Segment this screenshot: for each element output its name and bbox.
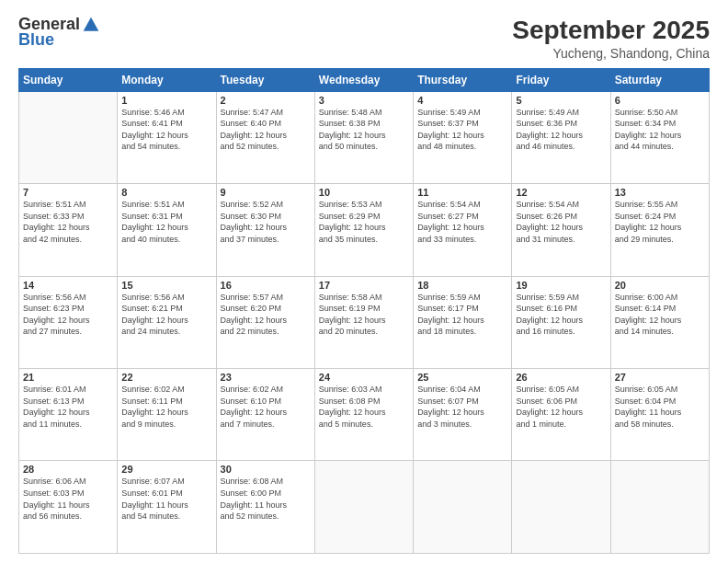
day-info: Sunrise: 6:02 AM Sunset: 6:11 PM Dayligh…: [121, 384, 211, 430]
calendar-week-row: 1Sunrise: 5:46 AM Sunset: 6:41 PM Daylig…: [19, 91, 710, 183]
table-row: 15Sunrise: 5:56 AM Sunset: 6:21 PM Dayli…: [118, 276, 216, 368]
table-row: [314, 461, 413, 554]
day-info: Sunrise: 6:02 AM Sunset: 6:10 PM Dayligh…: [221, 384, 311, 430]
day-number: 10: [319, 187, 409, 198]
day-info: Sunrise: 5:51 AM Sunset: 6:33 PM Dayligh…: [23, 199, 113, 245]
day-info: Sunrise: 6:03 AM Sunset: 6:08 PM Dayligh…: [319, 384, 409, 430]
logo-blue-text: Blue: [18, 30, 54, 50]
table-row: 12Sunrise: 5:54 AM Sunset: 6:26 PM Dayli…: [512, 184, 610, 276]
month-title: September 2025: [512, 15, 710, 46]
table-row: 30Sunrise: 6:08 AM Sunset: 6:00 PM Dayli…: [216, 461, 314, 554]
day-info: Sunrise: 6:08 AM Sunset: 6:00 PM Dayligh…: [221, 476, 311, 522]
day-info: Sunrise: 5:57 AM Sunset: 6:20 PM Dayligh…: [221, 292, 311, 338]
table-row: 27Sunrise: 6:05 AM Sunset: 6:04 PM Dayli…: [610, 369, 709, 461]
table-row: 13Sunrise: 5:55 AM Sunset: 6:24 PM Dayli…: [610, 184, 709, 276]
day-number: 2: [221, 95, 311, 106]
day-info: Sunrise: 6:00 AM Sunset: 6:14 PM Dayligh…: [615, 292, 705, 338]
table-row: 25Sunrise: 6:04 AM Sunset: 6:07 PM Dayli…: [414, 369, 512, 461]
svg-marker-0: [84, 17, 99, 30]
day-info: Sunrise: 5:58 AM Sunset: 6:19 PM Dayligh…: [319, 292, 409, 338]
day-number: 16: [221, 280, 311, 291]
day-info: Sunrise: 6:05 AM Sunset: 6:04 PM Dayligh…: [615, 384, 705, 430]
title-block: September 2025 Yucheng, Shandong, China: [512, 15, 710, 61]
day-info: Sunrise: 5:50 AM Sunset: 6:34 PM Dayligh…: [615, 107, 705, 153]
calendar-week-row: 7Sunrise: 5:51 AM Sunset: 6:33 PM Daylig…: [19, 184, 710, 276]
calendar-week-row: 28Sunrise: 6:06 AM Sunset: 6:03 PM Dayli…: [19, 461, 710, 554]
table-row: 4Sunrise: 5:49 AM Sunset: 6:37 PM Daylig…: [414, 91, 512, 183]
day-number: 9: [221, 187, 311, 198]
table-row: 10Sunrise: 5:53 AM Sunset: 6:29 PM Dayli…: [314, 184, 413, 276]
table-row: [414, 461, 512, 554]
table-row: 11Sunrise: 5:54 AM Sunset: 6:27 PM Dayli…: [414, 184, 512, 276]
table-row: 23Sunrise: 6:02 AM Sunset: 6:10 PM Dayli…: [216, 369, 314, 461]
day-number: 22: [121, 372, 211, 383]
day-number: 1: [121, 95, 211, 106]
day-number: 15: [121, 280, 211, 291]
header: General Blue September 2025 Yucheng, Sha…: [18, 15, 710, 61]
day-number: 29: [121, 464, 211, 475]
header-friday: Friday: [512, 68, 610, 91]
table-row: 3Sunrise: 5:48 AM Sunset: 6:38 PM Daylig…: [314, 91, 413, 183]
day-info: Sunrise: 5:56 AM Sunset: 6:21 PM Dayligh…: [121, 292, 211, 338]
table-row: 14Sunrise: 5:56 AM Sunset: 6:23 PM Dayli…: [19, 276, 118, 368]
day-number: 23: [221, 372, 311, 383]
table-row: 22Sunrise: 6:02 AM Sunset: 6:11 PM Dayli…: [118, 369, 216, 461]
table-row: 17Sunrise: 5:58 AM Sunset: 6:19 PM Dayli…: [314, 276, 413, 368]
day-number: 21: [23, 372, 113, 383]
day-number: 30: [221, 464, 311, 475]
day-number: 26: [516, 372, 606, 383]
location: Yucheng, Shandong, China: [512, 46, 710, 61]
day-info: Sunrise: 5:56 AM Sunset: 6:23 PM Dayligh…: [23, 292, 113, 338]
table-row: [512, 461, 610, 554]
day-number: 7: [23, 187, 113, 198]
day-number: 12: [516, 187, 606, 198]
day-info: Sunrise: 5:54 AM Sunset: 6:27 PM Dayligh…: [417, 199, 507, 245]
table-row: 1Sunrise: 5:46 AM Sunset: 6:41 PM Daylig…: [118, 91, 216, 183]
day-info: Sunrise: 6:06 AM Sunset: 6:03 PM Dayligh…: [23, 476, 113, 522]
table-row: 20Sunrise: 6:00 AM Sunset: 6:14 PM Dayli…: [610, 276, 709, 368]
day-info: Sunrise: 6:07 AM Sunset: 6:01 PM Dayligh…: [121, 476, 211, 522]
table-row: 28Sunrise: 6:06 AM Sunset: 6:03 PM Dayli…: [19, 461, 118, 554]
header-tuesday: Tuesday: [216, 68, 314, 91]
table-row: 26Sunrise: 6:05 AM Sunset: 6:06 PM Dayli…: [512, 369, 610, 461]
day-info: Sunrise: 6:04 AM Sunset: 6:07 PM Dayligh…: [417, 384, 507, 430]
day-number: 4: [417, 95, 507, 106]
day-info: Sunrise: 6:01 AM Sunset: 6:13 PM Dayligh…: [23, 384, 113, 430]
table-row: 5Sunrise: 5:49 AM Sunset: 6:36 PM Daylig…: [512, 91, 610, 183]
calendar-table: Sunday Monday Tuesday Wednesday Thursday…: [18, 68, 710, 554]
day-info: Sunrise: 5:52 AM Sunset: 6:30 PM Dayligh…: [221, 199, 311, 245]
header-wednesday: Wednesday: [314, 68, 413, 91]
day-info: Sunrise: 5:49 AM Sunset: 6:37 PM Dayligh…: [417, 107, 507, 153]
day-info: Sunrise: 5:51 AM Sunset: 6:31 PM Dayligh…: [121, 199, 211, 245]
table-row: 8Sunrise: 5:51 AM Sunset: 6:31 PM Daylig…: [118, 184, 216, 276]
day-number: 5: [516, 95, 606, 106]
calendar-week-row: 21Sunrise: 6:01 AM Sunset: 6:13 PM Dayli…: [19, 369, 710, 461]
day-info: Sunrise: 5:59 AM Sunset: 6:17 PM Dayligh…: [417, 292, 507, 338]
day-info: Sunrise: 5:47 AM Sunset: 6:40 PM Dayligh…: [221, 107, 311, 153]
table-row: 7Sunrise: 5:51 AM Sunset: 6:33 PM Daylig…: [19, 184, 118, 276]
day-info: Sunrise: 5:55 AM Sunset: 6:24 PM Dayligh…: [615, 199, 705, 245]
day-number: 19: [516, 280, 606, 291]
day-info: Sunrise: 5:54 AM Sunset: 6:26 PM Dayligh…: [516, 199, 606, 245]
day-number: 13: [615, 187, 705, 198]
table-row: 21Sunrise: 6:01 AM Sunset: 6:13 PM Dayli…: [19, 369, 118, 461]
day-info: Sunrise: 6:05 AM Sunset: 6:06 PM Dayligh…: [516, 384, 606, 430]
day-number: 8: [121, 187, 211, 198]
day-info: Sunrise: 5:46 AM Sunset: 6:41 PM Dayligh…: [121, 107, 211, 153]
table-row: 9Sunrise: 5:52 AM Sunset: 6:30 PM Daylig…: [216, 184, 314, 276]
day-number: 6: [615, 95, 705, 106]
day-number: 27: [615, 372, 705, 383]
day-number: 28: [23, 464, 113, 475]
day-number: 17: [319, 280, 409, 291]
header-sunday: Sunday: [19, 68, 118, 91]
day-number: 11: [417, 187, 507, 198]
table-row: 6Sunrise: 5:50 AM Sunset: 6:34 PM Daylig…: [610, 91, 709, 183]
table-row: [610, 461, 709, 554]
logo: General Blue: [18, 15, 100, 50]
day-info: Sunrise: 5:53 AM Sunset: 6:29 PM Dayligh…: [319, 199, 409, 245]
day-info: Sunrise: 5:48 AM Sunset: 6:38 PM Dayligh…: [319, 107, 409, 153]
calendar-header-row: Sunday Monday Tuesday Wednesday Thursday…: [19, 68, 710, 91]
day-number: 14: [23, 280, 113, 291]
calendar-week-row: 14Sunrise: 5:56 AM Sunset: 6:23 PM Dayli…: [19, 276, 710, 368]
header-saturday: Saturday: [610, 68, 709, 91]
